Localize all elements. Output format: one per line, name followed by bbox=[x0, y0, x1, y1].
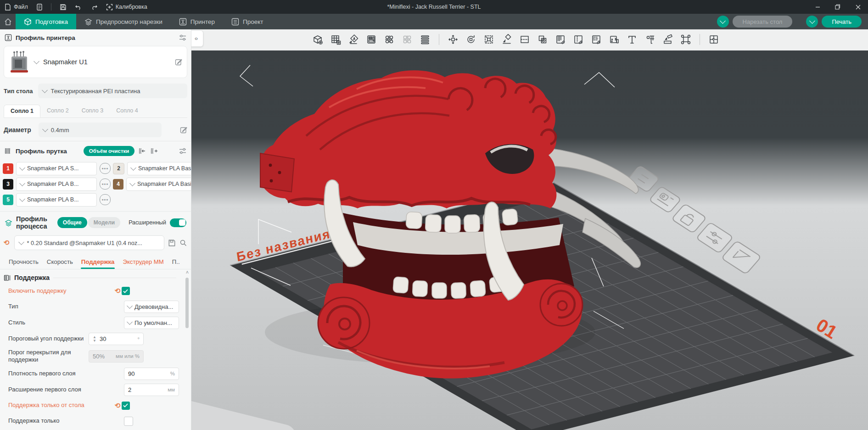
filament-settings-icon[interactable] bbox=[179, 148, 186, 154]
filament-color-badge: 5 bbox=[3, 195, 13, 205]
measure-button[interactable] bbox=[642, 32, 658, 47]
clone-button[interactable] bbox=[381, 32, 397, 47]
redo-button[interactable] bbox=[90, 4, 98, 11]
tab-more[interactable]: П.. bbox=[168, 256, 184, 269]
auto-arrange-button[interactable] bbox=[346, 32, 361, 47]
support-overlap-label: Порог перекрытия для поддержки bbox=[8, 349, 89, 364]
tab-project[interactable]: Проект bbox=[223, 14, 271, 29]
filament-menu-button[interactable]: ••• bbox=[100, 194, 111, 205]
mode-global-button[interactable]: Общие bbox=[57, 217, 87, 228]
undo-button[interactable] bbox=[75, 4, 82, 11]
nozzle-tab-1[interactable]: Сопло 1 bbox=[4, 105, 40, 117]
printer-profile-icon bbox=[5, 34, 12, 41]
print-button[interactable]: Печать bbox=[822, 16, 862, 28]
arrange-panel-button[interactable] bbox=[364, 32, 379, 47]
restore-button[interactable] bbox=[828, 0, 848, 14]
home-button[interactable] bbox=[0, 14, 16, 29]
printer-settings-icon[interactable] bbox=[179, 34, 186, 41]
first-layer-expansion-input[interactable]: 2 мм bbox=[124, 384, 179, 396]
close-button[interactable] bbox=[848, 0, 868, 14]
process-preset-dropdown[interactable]: * 0.20 Standard @Snapmaker U1 (0.4 noz..… bbox=[14, 235, 164, 250]
support-type-dropdown[interactable]: Древовидна... bbox=[124, 301, 179, 313]
tab-prepare[interactable]: Подготовка bbox=[16, 14, 76, 29]
scroll-up-arrow[interactable]: ˄ bbox=[185, 269, 190, 275]
scale-button[interactable] bbox=[481, 32, 497, 47]
slice-plate-button[interactable]: Нарезать стол bbox=[733, 16, 793, 28]
nozzle-tab-4[interactable]: Сопло 4 bbox=[110, 105, 145, 117]
tab-printer[interactable]: Принтер bbox=[171, 14, 223, 29]
sidebar-collapse-button[interactable]: ‹› bbox=[191, 30, 203, 47]
tab-support[interactable]: Поддержка bbox=[77, 256, 119, 269]
filament-sync-out-icon[interactable] bbox=[150, 147, 158, 155]
deform-button[interactable] bbox=[678, 32, 694, 47]
fuzzy-skin-button[interactable] bbox=[588, 32, 604, 47]
calibration-button[interactable]: Калибровка bbox=[106, 4, 147, 11]
cut-button[interactable] bbox=[517, 32, 532, 47]
partial-support-checkbox[interactable] bbox=[124, 417, 133, 426]
print-options-dropdown[interactable] bbox=[806, 16, 818, 28]
minimize-button[interactable] bbox=[807, 0, 828, 14]
notes-button[interactable] bbox=[36, 4, 43, 11]
paint-seam-button[interactable] bbox=[571, 32, 586, 47]
drop-to-bed-button[interactable] bbox=[660, 32, 676, 47]
reset-enable-support-icon[interactable]: ⟳ bbox=[115, 287, 121, 295]
scrollbar-thumb[interactable] bbox=[185, 278, 189, 328]
add-model-button[interactable] bbox=[310, 32, 325, 47]
mode-objects-button[interactable]: Модели bbox=[88, 217, 120, 228]
tab-extruder-mm[interactable]: Экструдер ММ bbox=[118, 256, 168, 269]
filament-dropdown[interactable]: Snapmaker PLA B... bbox=[16, 178, 97, 191]
reset-bed-only-icon[interactable]: ⟳ bbox=[115, 402, 121, 410]
save-preset-icon[interactable] bbox=[168, 239, 176, 247]
3d-viewport[interactable]: Без названия 01 S bbox=[191, 29, 868, 430]
filament-sync-in-icon[interactable] bbox=[138, 147, 146, 155]
file-menu[interactable]: Файл bbox=[5, 4, 28, 11]
nozzle-tab-3[interactable]: Сопло 3 bbox=[75, 105, 110, 117]
filament-menu-button[interactable]: ••• bbox=[100, 179, 111, 190]
reset-preset-icon[interactable]: ⟳ bbox=[4, 239, 10, 247]
move-button[interactable] bbox=[445, 32, 461, 47]
filament-dropdown[interactable]: Snapmaker PLA B... bbox=[16, 193, 97, 207]
add-text-button[interactable] bbox=[624, 32, 640, 47]
lay-flat-button[interactable] bbox=[499, 32, 515, 47]
boolean-button[interactable] bbox=[535, 32, 550, 47]
support-angle-input[interactable]: ▲▼ 30 ° bbox=[89, 333, 144, 345]
slice-options-dropdown[interactable] bbox=[717, 16, 729, 28]
purge-volume-button[interactable]: Объём очистки bbox=[84, 146, 135, 156]
tab-strength[interactable]: Прочность bbox=[5, 256, 43, 269]
partial-support-label: Поддержка только bbox=[8, 417, 124, 424]
clone-plate-button[interactable] bbox=[399, 32, 415, 47]
advanced-toggle[interactable] bbox=[170, 218, 186, 227]
object-list-button[interactable] bbox=[417, 32, 433, 47]
paint-support-button[interactable] bbox=[553, 32, 568, 47]
tab-speed[interactable]: Скорость bbox=[43, 256, 77, 269]
edit-printer-icon[interactable] bbox=[175, 58, 182, 66]
spray-color-button[interactable] bbox=[606, 32, 622, 47]
sidebar-scrollbar[interactable]: ˄ bbox=[185, 269, 190, 419]
process-profile-icon bbox=[5, 219, 12, 227]
bed-only-checkbox[interactable] bbox=[122, 402, 130, 410]
filament-menu-button[interactable]: ••• bbox=[100, 163, 111, 174]
support-settings-panel: Поддержка Включить поддержку ⟳ Тип Древо… bbox=[0, 269, 191, 421]
scene-canvas[interactable]: Без названия 01 S bbox=[191, 29, 868, 430]
assembly-button[interactable] bbox=[706, 32, 722, 47]
tab-slice-preview[interactable]: Предпросмотр нарезки bbox=[76, 14, 171, 29]
filament-dropdown[interactable]: Snapmaker PLA Basic bbox=[127, 162, 191, 175]
enable-support-label: Включить поддержку bbox=[8, 287, 115, 295]
save-button[interactable] bbox=[60, 4, 67, 11]
bed-type-dropdown[interactable]: Текстурированная PEI пластина bbox=[38, 84, 187, 98]
nozzle-tab-2[interactable]: Сопло 2 bbox=[40, 105, 75, 117]
filament-dropdown[interactable]: Snapmaker PLA S... bbox=[16, 162, 97, 175]
search-preset-icon[interactable] bbox=[179, 239, 187, 247]
edit-diameter-icon[interactable] bbox=[180, 126, 187, 134]
filament-dropdown[interactable]: Snapmaker PLA Basic bbox=[126, 178, 191, 191]
enable-support-checkbox[interactable] bbox=[122, 287, 130, 295]
diameter-dropdown[interactable]: 0.4mm bbox=[39, 123, 162, 137]
spinner-arrows[interactable]: ▲▼ bbox=[93, 335, 96, 342]
support-style-dropdown[interactable]: По умолчан... bbox=[124, 317, 179, 329]
first-layer-density-input[interactable]: 90 % bbox=[124, 368, 179, 380]
add-plate-button[interactable] bbox=[328, 32, 343, 47]
rotate-button[interactable] bbox=[463, 32, 479, 47]
printer-card[interactable]: Snapmaker U1 bbox=[4, 46, 187, 78]
left-sidebar: Профиль принтера Snapmaker U1 Тип стола … bbox=[0, 29, 191, 430]
file-menu-label: Файл bbox=[14, 4, 28, 10]
